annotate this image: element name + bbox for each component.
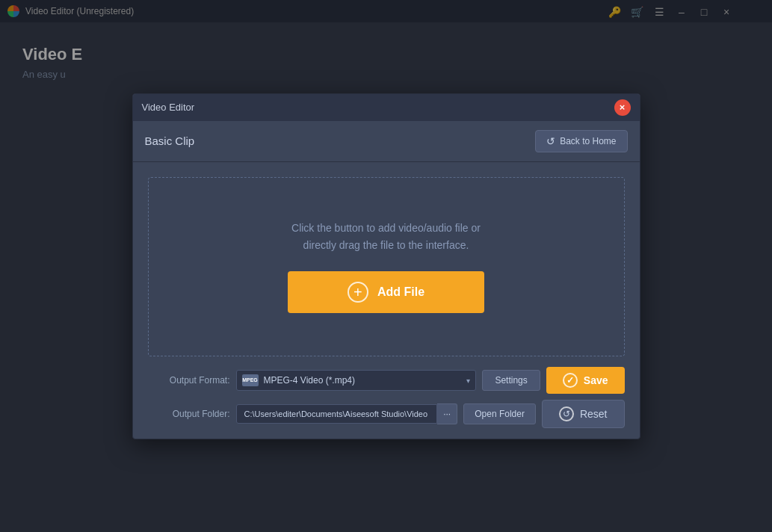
format-select-wrapper: MPEG MPEG-4 Video (*.mp4) ▾ xyxy=(236,370,477,391)
add-file-button[interactable]: + Add File xyxy=(288,271,484,313)
add-file-plus-icon: + xyxy=(348,282,368,303)
modal-close-button[interactable]: × xyxy=(614,99,631,116)
modal-section-title: Basic Clip xyxy=(145,134,195,147)
modal-title: Video Editor xyxy=(142,102,195,113)
folder-input-wrapper: ··· xyxy=(236,403,458,424)
open-folder-button[interactable]: Open Folder xyxy=(463,403,536,424)
folder-path-input[interactable] xyxy=(236,404,438,424)
format-icon: MPEG xyxy=(242,374,259,386)
video-editor-modal: Video Editor × Basic Clip ↺ Back to Home… xyxy=(132,93,640,439)
reset-label: Reset xyxy=(580,408,608,420)
settings-button[interactable]: Settings xyxy=(482,370,540,391)
save-label: Save xyxy=(584,374,608,386)
folder-label: Output Folder: xyxy=(148,409,230,419)
folder-browse-button[interactable]: ··· xyxy=(437,403,457,424)
drop-zone-line1: Click the button to add video/audio file… xyxy=(291,220,481,236)
add-file-label: Add File xyxy=(377,285,424,299)
modal-titlebar: Video Editor × xyxy=(133,94,640,121)
format-select[interactable]: MPEG-4 Video (*.mp4) xyxy=(236,370,477,391)
modal-body: Click the button to add video/audio file… xyxy=(133,162,640,367)
output-format-row: Output Format: MPEG MPEG-4 Video (*.mp4)… xyxy=(148,367,625,394)
save-button[interactable]: ✓ Save xyxy=(546,367,625,394)
output-folder-row: Output Folder: ··· Open Folder ↺ Reset xyxy=(148,400,625,428)
output-section: Output Format: MPEG MPEG-4 Video (*.mp4)… xyxy=(133,367,640,439)
back-to-home-button[interactable]: ↺ Back to Home xyxy=(535,130,627,152)
modal-overlay: Video Editor × Basic Clip ↺ Back to Home… xyxy=(0,0,772,532)
back-to-home-label: Back to Home xyxy=(560,136,616,146)
modal-header: Basic Clip ↺ Back to Home xyxy=(133,121,640,162)
save-icon: ✓ xyxy=(563,373,578,388)
drop-zone[interactable]: Click the button to add video/audio file… xyxy=(148,177,625,356)
reset-icon: ↺ xyxy=(559,406,574,421)
reset-button[interactable]: ↺ Reset xyxy=(542,400,625,428)
back-icon: ↺ xyxy=(546,135,555,147)
drop-zone-line2: directly drag the file to the interface. xyxy=(291,237,481,253)
drop-zone-text: Click the button to add video/audio file… xyxy=(291,220,481,253)
format-label: Output Format: xyxy=(148,375,230,386)
